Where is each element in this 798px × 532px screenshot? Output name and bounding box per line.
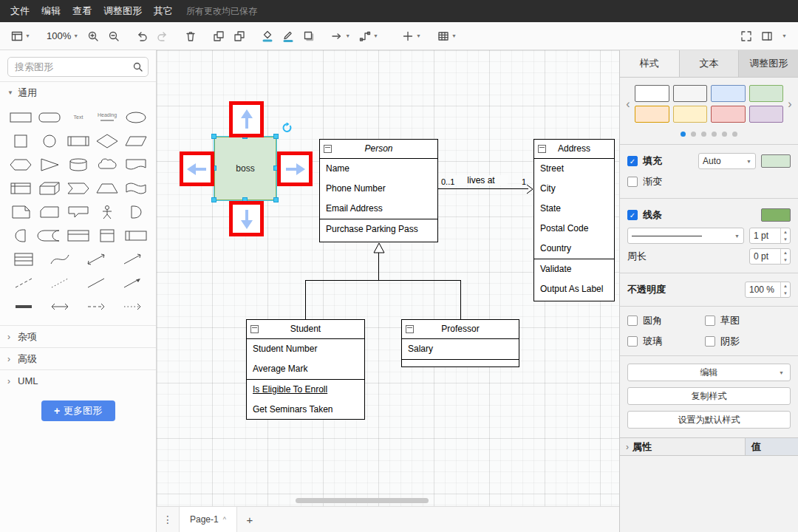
undo-button[interactable] bbox=[132, 26, 151, 47]
class-professor[interactable]: Professor Salary bbox=[401, 319, 519, 367]
shape-circle[interactable] bbox=[35, 130, 64, 152]
shape-rounded-rectangle[interactable] bbox=[35, 106, 64, 129]
shape-search-input[interactable] bbox=[7, 57, 149, 77]
copy-style-button[interactable]: 复制样式 bbox=[627, 387, 791, 405]
shape-arrow[interactable] bbox=[114, 248, 150, 270]
rounded-checkbox[interactable] bbox=[627, 316, 638, 326]
shape-note[interactable] bbox=[6, 201, 35, 223]
shape-ellipse[interactable] bbox=[121, 106, 150, 129]
shape-horizontal-container[interactable] bbox=[121, 225, 150, 247]
class-person-method[interactable]: Purchase Parking Pass bbox=[320, 219, 437, 239]
class-address-method[interactable]: Output As Label bbox=[534, 279, 614, 299]
inheritance-line[interactable] bbox=[305, 280, 306, 319]
carousel-dot[interactable] bbox=[701, 132, 706, 137]
menu-file[interactable]: 文件 bbox=[4, 0, 35, 22]
line-color-swatch[interactable] bbox=[761, 208, 791, 222]
node-boss[interactable]: boss bbox=[214, 137, 276, 200]
style-swatch[interactable] bbox=[635, 85, 669, 102]
tab-text[interactable]: 文本 bbox=[680, 50, 740, 77]
selection-handle-sw[interactable] bbox=[211, 197, 216, 202]
fill-checkbox[interactable]: ✓ bbox=[627, 156, 638, 166]
shadow-button[interactable] bbox=[299, 26, 318, 47]
shape-dashed-connector[interactable] bbox=[78, 296, 115, 318]
direction-arrow-up[interactable] bbox=[229, 101, 264, 137]
section-uml[interactable]: › UML bbox=[0, 369, 156, 392]
add-page-button[interactable]: + bbox=[237, 514, 262, 526]
inheritance-line[interactable] bbox=[460, 280, 461, 319]
class-address[interactable]: Address Street City State Postal Code Co… bbox=[533, 139, 615, 301]
shape-link[interactable] bbox=[6, 296, 42, 318]
fullscreen-button[interactable] bbox=[737, 26, 756, 47]
waypoint-style-dropdown[interactable]: ▼ bbox=[355, 26, 382, 47]
stepper-up-icon[interactable]: ▲ bbox=[781, 282, 790, 290]
delete-button[interactable] bbox=[181, 26, 200, 47]
collapse-icon[interactable] bbox=[406, 325, 414, 333]
zoom-in-button[interactable] bbox=[83, 26, 103, 47]
stepper-up-icon[interactable]: ▲ bbox=[781, 228, 790, 236]
rotate-handle-icon[interactable] bbox=[282, 123, 293, 134]
class-student-method[interactable]: Get Seminars Taken bbox=[247, 400, 364, 420]
format-panel-toggle-button[interactable] bbox=[757, 26, 777, 47]
connection-style-dropdown[interactable]: ▼ bbox=[327, 26, 354, 47]
section-advanced[interactable]: › 高级 bbox=[0, 347, 156, 369]
shape-actor[interactable] bbox=[92, 201, 121, 223]
stepper-down-icon[interactable]: ▼ bbox=[781, 236, 790, 243]
shape-and[interactable] bbox=[6, 225, 35, 247]
shape-bidirectional-connector[interactable] bbox=[42, 296, 78, 318]
toolbar-more-dropdown[interactable]: ▼ bbox=[778, 26, 791, 47]
line-color-button[interactable] bbox=[279, 26, 298, 47]
class-person-attr[interactable]: Phone Number bbox=[320, 179, 437, 199]
class-person[interactable]: Person Name Phone Number Email Address P… bbox=[319, 139, 438, 242]
collapse-icon[interactable] bbox=[538, 145, 546, 153]
menu-view[interactable]: 查看 bbox=[66, 0, 98, 22]
style-swatch[interactable] bbox=[635, 106, 669, 123]
set-default-style-button[interactable]: 设置为默认样式 bbox=[627, 411, 791, 429]
page-tab[interactable]: Page-1 ^ bbox=[179, 507, 237, 532]
redo-button[interactable] bbox=[153, 26, 172, 47]
selection-handle-ne[interactable] bbox=[273, 134, 279, 139]
direction-arrow-down[interactable] bbox=[229, 201, 264, 236]
carousel-dot[interactable] bbox=[691, 132, 696, 137]
class-address-attr[interactable]: Country bbox=[534, 239, 614, 259]
table-dropdown[interactable]: ▼ bbox=[434, 26, 460, 47]
shape-diamond[interactable] bbox=[92, 130, 121, 152]
canvas-horizontal-scrollbar[interactable] bbox=[296, 498, 429, 503]
tab-style[interactable]: 样式 bbox=[620, 50, 680, 77]
inheritance-line[interactable] bbox=[305, 280, 461, 281]
shape-text[interactable]: Text bbox=[64, 106, 92, 129]
inheritance-line[interactable] bbox=[378, 253, 379, 281]
view-button[interactable]: ▼ bbox=[7, 26, 34, 47]
shadow-checkbox[interactable] bbox=[705, 336, 715, 347]
menu-edit[interactable]: 编辑 bbox=[35, 0, 66, 22]
class-student-method[interactable]: Is Eligible To Enroll bbox=[247, 380, 364, 400]
class-student-attr[interactable]: Student Number bbox=[247, 339, 364, 359]
chevron-right-icon[interactable]: › bbox=[785, 98, 795, 111]
section-misc[interactable]: › 杂项 bbox=[0, 325, 156, 347]
shape-hexagon[interactable] bbox=[6, 154, 35, 176]
carousel-dot[interactable] bbox=[681, 132, 686, 137]
shape-triangle[interactable] bbox=[35, 154, 64, 176]
sketch-checkbox[interactable] bbox=[705, 316, 715, 326]
shape-list[interactable] bbox=[6, 248, 42, 270]
pages-menu-icon[interactable]: ⋮ bbox=[157, 514, 179, 525]
shape-rectangle[interactable] bbox=[6, 106, 35, 129]
stepper-down-icon[interactable]: ▼ bbox=[781, 290, 790, 297]
shape-directional-connector[interactable] bbox=[114, 272, 150, 294]
class-person-attr[interactable]: Name bbox=[320, 159, 437, 179]
direction-arrow-left[interactable] bbox=[180, 151, 214, 186]
class-address-attr[interactable]: City bbox=[534, 179, 614, 199]
shape-data-storage[interactable] bbox=[35, 225, 64, 247]
stepper-down-icon[interactable]: ▼ bbox=[781, 256, 790, 264]
property-column-header[interactable]: › 属性 bbox=[620, 438, 745, 455]
zoom-out-button[interactable] bbox=[104, 26, 123, 47]
to-back-button[interactable] bbox=[230, 26, 249, 47]
fill-color-swatch[interactable] bbox=[761, 154, 791, 168]
shape-textbox[interactable]: Heading bbox=[92, 106, 121, 129]
class-address-attr[interactable]: State bbox=[534, 199, 614, 219]
shape-dotted-connector[interactable] bbox=[114, 296, 150, 318]
style-swatch[interactable] bbox=[673, 106, 708, 123]
edit-style-button[interactable]: 编辑 ▼ bbox=[627, 364, 791, 381]
carousel-dot[interactable] bbox=[732, 132, 737, 137]
style-swatch[interactable] bbox=[673, 85, 708, 102]
shape-internal-storage[interactable] bbox=[6, 177, 35, 200]
